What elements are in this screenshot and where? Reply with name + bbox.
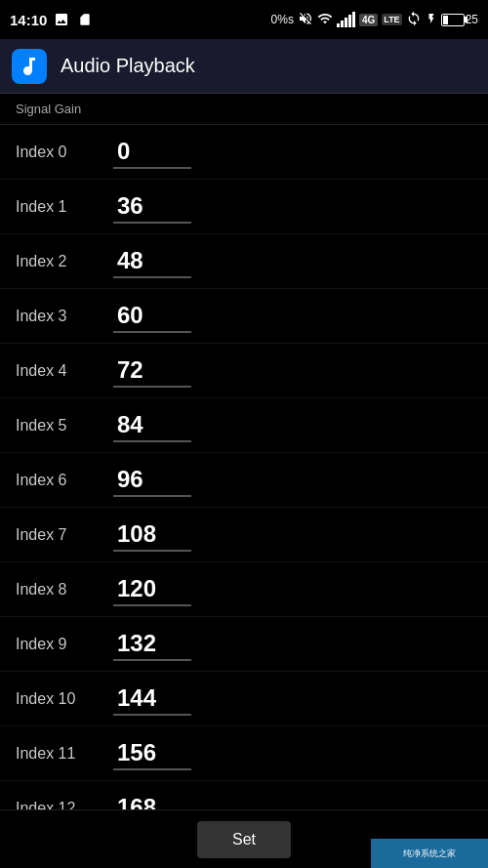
table-row: Index 248 — [0, 234, 488, 289]
index-label: Index 0 — [16, 144, 113, 161]
index-label: Index 2 — [16, 253, 113, 270]
table-row: Index 136 — [0, 180, 488, 234]
index-label: Index 4 — [16, 362, 113, 380]
index-value-container[interactable]: 168 — [113, 792, 191, 810]
index-value: 60 — [117, 302, 143, 328]
battery-icon: 25 — [441, 13, 478, 26]
index-value-container[interactable]: 132 — [113, 628, 191, 661]
watermark-text: 纯净系统之家 — [403, 847, 456, 860]
index-value: 132 — [117, 630, 156, 656]
status-right: 0%s 4G LTE — [271, 11, 478, 29]
status-left: 14:10 — [10, 12, 94, 28]
app-title: Audio Playback — [61, 55, 195, 77]
signal-bars — [337, 12, 355, 27]
mute-icon — [298, 11, 313, 29]
index-value-container[interactable]: 72 — [113, 354, 191, 388]
table-row: Index 360 — [0, 289, 488, 344]
index-label: Index 1 — [16, 198, 113, 216]
content-area: Signal GainIndex 00Index 136Index 248Ind… — [0, 94, 488, 809]
index-value: 96 — [117, 466, 143, 492]
app-bar: Audio Playback — [0, 39, 488, 94]
sync-icon — [406, 11, 422, 29]
table-row: Index 696 — [0, 453, 488, 508]
table-row: Index 7108 — [0, 508, 488, 562]
table-row: Index 00 — [0, 125, 488, 180]
index-label: Index 3 — [16, 308, 113, 325]
index-value: 156 — [117, 739, 156, 765]
table-row: Index 12168 — [0, 781, 488, 809]
status-time: 14:10 — [10, 12, 47, 28]
status-bar: 14:10 0%s — [0, 0, 488, 39]
section-header: Signal Gain — [0, 94, 488, 125]
wifi-icon — [317, 11, 333, 29]
battery-level: 25 — [466, 13, 478, 26]
index-value: 84 — [117, 411, 143, 437]
index-value: 108 — [117, 520, 156, 547]
index-value-container[interactable]: 84 — [113, 409, 191, 442]
set-button[interactable]: Set — [197, 821, 291, 858]
index-value: 120 — [117, 575, 156, 601]
index-value-container[interactable]: 108 — [113, 518, 191, 552]
index-value: 48 — [117, 247, 143, 273]
index-value-container[interactable]: 156 — [113, 737, 191, 770]
lte-badge: LTE — [382, 14, 401, 25]
index-label: Index 9 — [16, 636, 113, 653]
index-value-container[interactable]: 36 — [113, 190, 191, 224]
table-row: Index 11156 — [0, 726, 488, 781]
data-usage: 0%s — [271, 13, 294, 26]
network-type-badge: 4G — [359, 14, 378, 26]
index-value-container[interactable]: 48 — [113, 245, 191, 278]
index-value: 36 — [117, 192, 143, 219]
table-row: Index 472 — [0, 344, 488, 398]
index-label: Index 12 — [16, 800, 113, 810]
index-value-container[interactable]: 0 — [113, 136, 191, 169]
table-row: Index 584 — [0, 398, 488, 453]
index-label: Index 6 — [16, 472, 113, 489]
photo-icon — [53, 13, 70, 26]
app-icon — [12, 49, 47, 84]
index-value: 168 — [117, 794, 156, 810]
bottom-bar: Set 纯净系统之家 — [0, 809, 488, 868]
table-row: Index 9132 — [0, 617, 488, 672]
index-value: 144 — [117, 684, 156, 711]
table-row: Index 8120 — [0, 562, 488, 617]
table-row: Index 10144 — [0, 672, 488, 726]
index-label: Index 8 — [16, 581, 113, 599]
index-value-container[interactable]: 144 — [113, 682, 191, 716]
index-value-container[interactable]: 60 — [113, 300, 191, 333]
index-label: Index 11 — [16, 745, 113, 763]
index-value: 0 — [117, 138, 130, 164]
charging-icon — [426, 13, 437, 27]
index-value-container[interactable]: 120 — [113, 573, 191, 606]
index-label: Index 10 — [16, 690, 113, 708]
sim-icon — [76, 13, 94, 26]
index-value: 72 — [117, 356, 143, 383]
watermark: 纯净系统之家 — [371, 839, 488, 868]
index-value-container[interactable]: 96 — [113, 464, 191, 497]
index-label: Index 5 — [16, 417, 113, 434]
index-label: Index 7 — [16, 526, 113, 544]
